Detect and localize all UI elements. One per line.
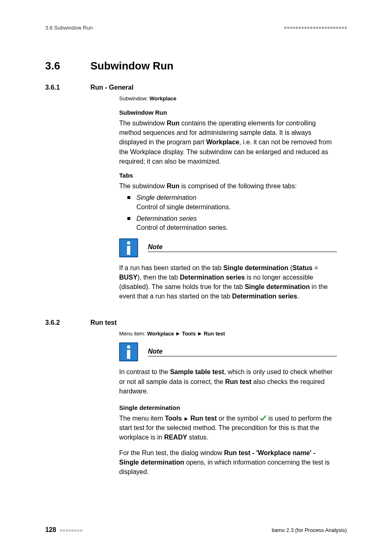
section-heading-row: 3.6 Subwindow Run [45, 60, 347, 84]
menu-item-label: Menu item: [119, 331, 147, 337]
list-desc: Control of single determinations. [136, 204, 231, 210]
info-icon [119, 238, 138, 257]
subsection-number: 3.6.2 [45, 319, 90, 326]
note-head: Note [119, 238, 337, 257]
list-term: Single determination [136, 194, 196, 201]
triangle-icon: ▶ [197, 331, 202, 336]
intro-paragraph: The subwindow Run contains the operating… [119, 118, 337, 166]
section-number: 3.6 [45, 60, 90, 72]
list-desc: Control of determination series. [136, 224, 228, 231]
checkmark-icon [260, 414, 266, 421]
footer-left: 128 [45, 526, 82, 534]
subwindow-label: Subwindow: [119, 95, 150, 102]
single-det-p2: For the Run test, the dialog window Run … [119, 448, 337, 477]
svg-rect-1 [127, 246, 130, 255]
heading-tabs: Tabs [119, 172, 337, 179]
footer: 128 tiamo 2.3 (for Process Analysis) [45, 526, 347, 534]
note-block: Note In contrast to the Sample table tes… [119, 342, 337, 396]
svg-point-0 [127, 241, 130, 245]
body: 3.6 Subwindow Run 3.6.1 Run - General Su… [45, 31, 347, 476]
note-body: If a run has been started on the tab Sin… [119, 263, 337, 301]
subsection-number: 3.6.1 [45, 84, 90, 91]
page-number: 128 [45, 526, 56, 533]
list-item: Single determination Control of single d… [127, 193, 337, 212]
note-block: Note If a run has been started on the ta… [119, 238, 337, 301]
list-item: Determination series Control of determin… [127, 214, 337, 233]
triangle-icon: ▶ [175, 331, 180, 336]
subsection-title: Run test [90, 319, 347, 326]
list-term: Determination series [136, 215, 197, 222]
heading-subwindow-run: Subwindow Run [119, 109, 337, 116]
note-head: Note [119, 342, 337, 361]
svg-point-2 [127, 345, 130, 349]
subwindow-value: Workplace [150, 95, 177, 102]
subsection-heading-row: 3.6.1 Run - General [45, 84, 347, 95]
triangle-icon: ▶ [184, 416, 189, 421]
subwindow-line: Subwindow: Workplace [119, 95, 337, 102]
single-det-p1: The menu item Tools ▶ Run test or the sy… [119, 414, 337, 442]
header-ticks [284, 27, 347, 29]
subsection-title: Run - General [90, 84, 347, 91]
heading-single-determination: Single determination [119, 404, 337, 411]
note-title: Note [148, 243, 163, 250]
svg-rect-3 [127, 350, 130, 359]
menu-item-line: Menu item: Workplace ▶ Tools ▶ Run test [119, 331, 337, 337]
page: 3.6 Subwindow Run 3.6 Subwindow Run 3.6.… [0, 0, 392, 555]
section-title: Subwindow Run [90, 60, 347, 72]
note-title: Note [148, 348, 163, 355]
note-body: In contrast to the Sample table test, wh… [119, 367, 337, 396]
tabs-list: Single determination Control of single d… [119, 193, 337, 233]
content-column: Subwindow: Workplace Subwindow Run The s… [119, 95, 337, 301]
footer-doc-title: tiamo 2.3 (for Process Analysis) [272, 527, 347, 533]
info-icon [119, 342, 138, 361]
tabs-intro: The subwindow Run is comprised of the fo… [119, 181, 337, 191]
subsection-heading-row: 3.6.2 Run test [45, 319, 347, 331]
content-column: Menu item: Workplace ▶ Tools ▶ Run test … [119, 331, 337, 476]
footer-ticks [60, 530, 82, 532]
running-header-text: 3.6 Subwindow Run [45, 25, 93, 31]
running-header: 3.6 Subwindow Run [45, 0, 347, 31]
